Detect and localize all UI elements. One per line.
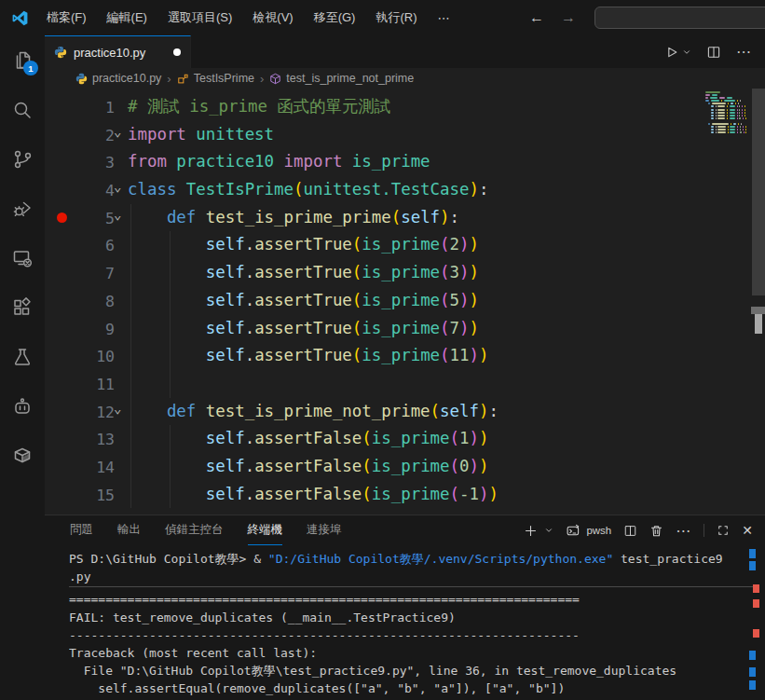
menu-item-3[interactable]: 檢視(V)	[244, 6, 301, 30]
menu-item-0[interactable]: 檔案(F)	[38, 6, 95, 30]
code-text: def test_is_prime_not_prime(self):	[128, 398, 499, 426]
menu-item-4[interactable]: 移至(G)	[306, 6, 364, 30]
editor-gutter[interactable]: 5⌄	[45, 204, 128, 232]
sidebar-item-testing[interactable]	[0, 332, 45, 381]
terminal-line: ----------------------------------------…	[69, 626, 765, 644]
code-line[interactable]: 1# 測試 is_prime 函式的單元測試	[45, 93, 765, 121]
code-text: def test_is_prime_prime(self):	[128, 204, 459, 232]
tab-practice10[interactable]: practice10.py	[45, 35, 191, 68]
code-text: self.assertTrue(is_prime(5))	[128, 287, 479, 315]
line-number: 9	[105, 316, 115, 344]
minimap-line	[708, 123, 750, 125]
sidebar-item-run-debug[interactable]	[0, 184, 45, 233]
split-terminal-button[interactable]	[623, 524, 637, 538]
panel-tab[interactable]: 連接埠	[307, 515, 342, 545]
panel-tab[interactable]: 輸出	[117, 515, 141, 545]
indent-guide	[130, 204, 131, 232]
close-panel-button[interactable]: ✕	[742, 523, 753, 538]
new-terminal-button[interactable]	[524, 524, 538, 538]
panel-tab[interactable]: 偵錯主控台	[165, 515, 224, 545]
editor-gutter[interactable]: 4⌄	[45, 176, 128, 204]
split-editor-button[interactable]	[706, 45, 721, 60]
code-line[interactable]: 13 self.assertFalse(is_prime(1))	[45, 425, 765, 453]
fold-chevron-icon[interactable]: ⌄	[114, 173, 121, 201]
editor-more-actions-button[interactable]: ⋯	[736, 43, 752, 61]
tab-label: practice10.py	[74, 46, 145, 60]
breadcrumb-item-class[interactable]: TestIsPrime	[194, 72, 254, 85]
terminal-profile-dropdown-icon[interactable]	[544, 526, 553, 535]
code-line[interactable]: 14 self.assertFalse(is_prime(0))	[45, 453, 765, 481]
code-line[interactable]: 15 self.assertFalse(is_prime(-1))	[45, 481, 765, 509]
run-python-button[interactable]	[664, 45, 691, 60]
terminal-line: ========================================…	[69, 590, 765, 608]
code-area[interactable]: 1# 測試 is_prime 函式的單元測試2⌄import unittest3…	[45, 93, 765, 508]
maximize-panel-button[interactable]	[717, 524, 730, 537]
indent-guide	[130, 231, 131, 259]
menu-item-5[interactable]: 執行(R)	[367, 6, 425, 30]
editor-gutter[interactable]: 3	[45, 148, 128, 176]
editor-gutter[interactable]: 15	[45, 481, 128, 509]
panel-tab[interactable]: 問題	[70, 515, 93, 545]
sidebar-item-extensions[interactable]	[0, 282, 45, 332]
sidebar-item-source-control[interactable]	[0, 134, 45, 184]
menu-item-6[interactable]: ⋯	[429, 7, 458, 29]
code-text: self.assertTrue(is_prime(3))	[128, 259, 479, 287]
panel-tab[interactable]: 終端機	[248, 515, 283, 545]
editor-gutter[interactable]: 10	[45, 342, 128, 370]
editor-gutter[interactable]: 1	[45, 93, 128, 121]
editor-gutter[interactable]: 13	[45, 425, 128, 453]
code-line[interactable]: 12⌄ def test_is_prime_not_prime(self):	[45, 398, 765, 426]
code-line[interactable]: 6 self.assertTrue(is_prime(2))	[45, 231, 765, 259]
panel-more-actions-button[interactable]: ⋯	[676, 522, 691, 540]
minimap-line	[711, 131, 750, 133]
code-line[interactable]: 7 self.assertTrue(is_prime(3))	[45, 259, 765, 287]
terminal-content[interactable]: PS D:\GitHub Copilot教學> & "D:/GitHub Cop…	[69, 545, 765, 700]
code-text: self.assertTrue(is_prime(11))	[128, 342, 489, 370]
terminal-pwsh-icon[interactable]	[566, 523, 581, 539]
editor-gutter[interactable]: 14	[45, 453, 128, 481]
code-line[interactable]: 11	[45, 370, 765, 398]
line-number: 12	[96, 399, 115, 427]
line-number: 10	[96, 343, 115, 371]
breakpoint-icon[interactable]	[57, 213, 67, 223]
python-icon	[54, 46, 67, 59]
code-line[interactable]: 4⌄class TestIsPrime(unittest.TestCase):	[45, 176, 765, 204]
nav-back-icon[interactable]: ←	[529, 9, 544, 26]
sidebar-item-search[interactable]	[0, 85, 45, 134]
sidebar-item-containers[interactable]	[0, 431, 45, 480]
modified-dot-icon[interactable]	[173, 48, 181, 56]
code-line[interactable]: 5⌄ def test_is_prime_prime(self):	[45, 204, 765, 232]
breadcrumb-item-method[interactable]: test_is_prime_not_prime	[286, 72, 414, 85]
sidebar-item-remote-explorer[interactable]	[0, 233, 45, 282]
sidebar-item-explorer[interactable]: 1	[0, 35, 45, 85]
breadcrumb-item-file[interactable]: practice10.py	[92, 72, 161, 85]
minimap[interactable]	[705, 91, 750, 134]
code-line[interactable]: 8 self.assertTrue(is_prime(5))	[45, 287, 765, 315]
search-icon	[11, 99, 34, 121]
editor-gutter[interactable]: 11	[45, 370, 128, 398]
editor-gutter[interactable]: 8	[45, 287, 128, 315]
code-editor[interactable]: 1# 測試 is_prime 函式的單元測試2⌄import unittest3…	[45, 89, 765, 515]
code-line[interactable]: 3from practice10 import is_prime	[45, 148, 765, 176]
menu-item-2[interactable]: 選取項目(S)	[159, 6, 240, 30]
fold-chevron-icon[interactable]: ⌄	[114, 395, 121, 423]
sidebar-item-copilot-chat[interactable]	[0, 381, 45, 431]
kill-terminal-button[interactable]	[649, 524, 663, 538]
code-line[interactable]: 10 self.assertTrue(is_prime(11))	[45, 342, 765, 370]
command-center-search[interactable]	[594, 7, 765, 29]
code-line[interactable]: 2⌄import unittest	[45, 121, 765, 149]
editor-gutter[interactable]: 9	[45, 315, 128, 343]
code-text: import unittest	[128, 121, 274, 149]
code-line[interactable]: 9 self.assertTrue(is_prime(7))	[45, 315, 765, 343]
nav-forward-icon[interactable]: →	[561, 9, 576, 26]
editor-gutter[interactable]: 6	[45, 231, 128, 259]
python-icon	[75, 73, 88, 85]
terminal-shell-label[interactable]: pwsh	[586, 525, 611, 536]
editor-scrollbar[interactable]	[752, 89, 765, 295]
menu-item-1[interactable]: 編輯(E)	[99, 6, 156, 30]
fold-chevron-icon[interactable]: ⌄	[114, 118, 121, 146]
editor-gutter[interactable]: 7	[45, 259, 128, 287]
editor-gutter[interactable]: 12⌄	[45, 398, 128, 426]
fold-chevron-icon[interactable]: ⌄	[114, 201, 121, 229]
editor-gutter[interactable]: 2⌄	[45, 121, 128, 149]
